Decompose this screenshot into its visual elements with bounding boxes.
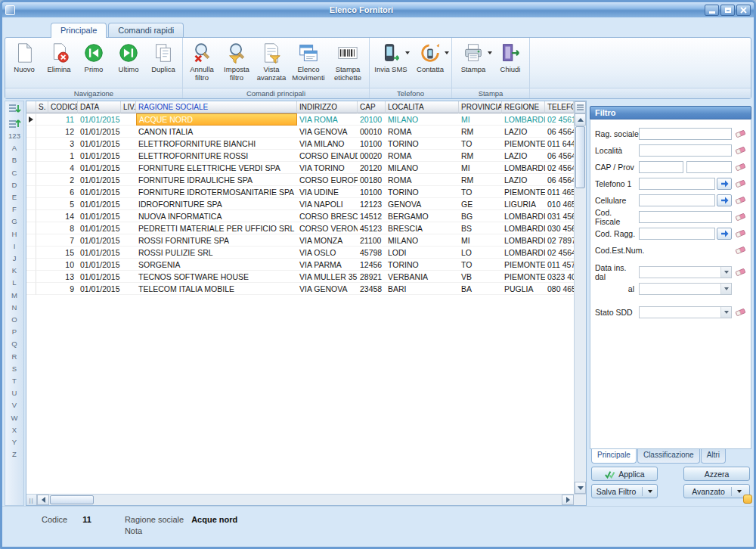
alphabet-item-o[interactable]: O — [5, 314, 23, 326]
chevron-down-icon[interactable] — [648, 490, 652, 493]
cell-regione[interactable]: LOMBARDIA — [502, 234, 545, 247]
avanzato-button[interactable]: Avanzato — [683, 484, 750, 498]
cell-telefono[interactable]: 02 45613 — [545, 113, 574, 126]
cell-cap[interactable]: 23458 — [358, 283, 386, 295]
alphabet-item-z[interactable]: Z — [5, 448, 23, 461]
cell-s[interactable] — [36, 174, 48, 186]
annulla-filtro-button[interactable]: Annulla filtro — [184, 39, 219, 82]
cell-regione[interactable]: LOMBARDIA — [502, 210, 545, 222]
cell-liv[interactable] — [121, 271, 136, 283]
alphabet-item-p[interactable]: P — [5, 326, 23, 338]
alphabet-item-x[interactable]: X — [5, 424, 23, 436]
cell-codice[interactable]: 6 — [48, 186, 78, 198]
alphabet-item-i[interactable]: I — [5, 240, 23, 253]
cell-codice[interactable]: 15 — [48, 247, 78, 259]
table-row[interactable]: 501/01/2015IDROFORNITURE SPAVIA NAPOLI12… — [26, 198, 574, 210]
cell-ragione-sociale[interactable]: TECNOS SOFTWARE HOUSE — [136, 271, 297, 283]
cell-liv[interactable] — [121, 126, 136, 138]
stampa-button[interactable]: Stampa — [454, 39, 493, 74]
cell-indirizzo[interactable]: VIA PARMA — [297, 259, 358, 271]
cell-data[interactable]: 01/01/2015 — [78, 222, 121, 234]
localita-input[interactable] — [639, 144, 732, 157]
cellulare-input[interactable] — [639, 194, 715, 206]
clear-telefono1-button[interactable] — [735, 178, 746, 189]
cell-indirizzo[interactable]: VIA MULLER 35 — [297, 271, 358, 283]
azzera-button[interactable]: Azzera — [683, 467, 750, 481]
table-row[interactable]: 1101/01/2015ACQUE NORDVIA ROMA20100MILAN… — [26, 113, 574, 126]
cell-s[interactable] — [36, 126, 48, 138]
cell-localita[interactable]: MILANO — [386, 162, 459, 174]
cell-localita[interactable]: ROMA — [386, 150, 459, 162]
cell-provincia[interactable]: MI — [459, 162, 502, 174]
cell-liv[interactable] — [121, 283, 136, 295]
telefono1-go-button[interactable] — [717, 178, 732, 190]
clear-localita-button[interactable] — [735, 144, 746, 156]
cell-indirizzo[interactable]: VIA UDINE — [297, 186, 358, 198]
cell-telefono[interactable]: 031 4564 — [545, 210, 574, 222]
cell-cap[interactable]: 12456 — [358, 259, 386, 271]
alphabet-item-n[interactable]: N — [5, 302, 23, 314]
cell-data[interactable]: 01/01/2015 — [78, 234, 121, 247]
applica-button[interactable]: Applica — [591, 467, 658, 481]
table-row[interactable]: 1401/01/2015NUOVA INFORMATICACORSO BRESC… — [26, 210, 574, 222]
cell-codice[interactable]: 9 — [48, 283, 78, 295]
cell-telefono[interactable]: 06 45648 — [545, 174, 574, 186]
cell-liv[interactable] — [121, 198, 136, 210]
cell-localita[interactable]: MILANO — [386, 113, 459, 126]
cell-localita[interactable]: BERGAMO — [386, 210, 459, 222]
vertical-scrollbar[interactable] — [574, 101, 586, 494]
horizontal-scrollbar[interactable]: || — [26, 494, 586, 505]
cell-provincia[interactable]: RM — [459, 174, 502, 186]
cell-provincia[interactable]: BA — [459, 283, 502, 295]
cell-ragione-sociale[interactable]: ROSSI PULIZIE SRL — [136, 247, 297, 259]
cell-cap[interactable]: 00010 — [358, 126, 386, 138]
cell-ragione-sociale[interactable]: TELECOM ITALIA MOBILE — [136, 283, 297, 295]
cell-ragione-sociale[interactable]: FORNITURE IDRAULICHE SPA — [136, 174, 297, 186]
cell-cap[interactable]: 45798 — [358, 247, 386, 259]
cell-regione[interactable]: PIEMONTE — [502, 138, 545, 150]
prov-input[interactable] — [686, 161, 732, 173]
header-indirizzo[interactable]: INDIRIZZO — [297, 101, 358, 113]
cell-s[interactable] — [36, 113, 48, 126]
cell-data[interactable]: 01/01/2015 — [78, 150, 121, 162]
contatta-button[interactable]: Contatta — [411, 39, 450, 74]
cell-data[interactable]: 01/01/2015 — [78, 259, 121, 271]
cell-ragione-sociale[interactable]: SORGENIA — [136, 259, 297, 271]
cell-regione[interactable]: PUGLIA — [502, 283, 545, 295]
table-row[interactable]: 801/01/2015PEDRETTI MATERIALE PER UFFICI… — [26, 222, 574, 234]
cell-indirizzo[interactable]: CORSO EUROPA — [297, 174, 358, 186]
cell-ragione-sociale[interactable]: FORNITURE IDROTERMOSANITARIE SPA — [136, 186, 297, 198]
cell-telefono[interactable]: 030 4564 — [545, 222, 574, 234]
cell-telefono[interactable]: 011 4578 — [545, 259, 574, 271]
cell-codice[interactable]: 3 — [48, 138, 78, 150]
cell-provincia[interactable]: MI — [459, 234, 502, 247]
clear-cod-fiscale-button[interactable] — [735, 211, 746, 222]
cell-data[interactable]: 01/01/2015 — [78, 283, 121, 295]
cell-cap[interactable]: 00020 — [358, 150, 386, 162]
tab-comandi-rapidi[interactable]: Comandi rapidi — [108, 23, 184, 38]
alphabet-item-123[interactable]: 123 — [5, 130, 23, 142]
telefono1-input[interactable] — [639, 178, 715, 190]
alphabet-item-k[interactable]: K — [5, 265, 23, 277]
cap-input[interactable] — [639, 161, 683, 173]
cell-provincia[interactable]: MI — [459, 113, 502, 126]
alphabet-item-e[interactable]: E — [5, 191, 23, 203]
alphabet-item-q[interactable]: Q — [5, 338, 23, 350]
chevron-down-icon[interactable] — [720, 284, 731, 294]
alphabet-item-j[interactable]: J — [5, 253, 23, 265]
cell-ragione-sociale[interactable]: ROSSI FORNITURE SPA — [136, 234, 297, 247]
cell-data[interactable]: 01/01/2015 — [78, 126, 121, 138]
cell-s[interactable] — [36, 210, 48, 222]
cell-s[interactable] — [36, 283, 48, 295]
header-data[interactable]: DATA — [78, 101, 121, 113]
cell-s[interactable] — [36, 247, 48, 259]
alphabet-item-r[interactable]: R — [5, 351, 23, 363]
cell-provincia[interactable]: TO — [459, 259, 502, 271]
cell-regione[interactable]: LOMBARDIA — [502, 222, 545, 234]
cell-telefono[interactable]: 02 45648 — [545, 247, 574, 259]
cell-data[interactable]: 01/01/2015 — [78, 210, 121, 222]
cell-data[interactable]: 01/01/2015 — [78, 198, 121, 210]
header-telefono[interactable]: TELEFONO — [545, 101, 574, 113]
maximize-button[interactable] — [720, 5, 735, 16]
cell-provincia[interactable]: BG — [459, 210, 502, 222]
